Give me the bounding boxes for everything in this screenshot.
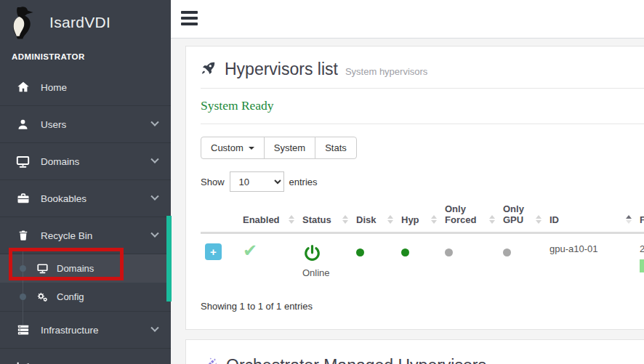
chevron-down-icon	[150, 324, 158, 332]
cell-enabled: ✔	[238, 233, 298, 290]
only-forced-dot	[445, 248, 453, 256]
sidebar-subitem-label: Domains	[57, 263, 94, 274]
isardvdi-duck-logo-icon	[9, 6, 38, 40]
monitor-icon	[36, 262, 49, 275]
top-nav	[171, 0, 644, 39]
cell-expand: +	[201, 233, 238, 290]
col-header-disk[interactable]: Disk	[352, 199, 397, 233]
sidebar-item-label: Home	[41, 82, 67, 93]
status-label: Online	[302, 267, 347, 278]
content: Hypervisors list System hypervisors Syst…	[171, 39, 644, 364]
hypervisors-panel: Hypervisors list System hypervisors Syst…	[185, 46, 644, 330]
servers-icon	[15, 323, 31, 338]
table-summary: Showing 1 to 1 of 1 entries	[201, 301, 644, 329]
user-icon	[15, 117, 31, 132]
page-title: Hypervisors list	[225, 60, 338, 79]
partial-value: 2	[640, 243, 644, 254]
trash-icon	[15, 228, 31, 243]
sort-icons	[387, 215, 393, 224]
line-chart-icon	[15, 360, 31, 364]
chevron-down-icon	[150, 361, 158, 364]
role-label: ADMINISTRATOR	[0, 42, 171, 61]
recycle-bin-submenu: Domains Config	[0, 254, 171, 311]
system-button[interactable]: System	[264, 137, 315, 159]
custom-dropdown-button[interactable]: Custom	[201, 137, 265, 159]
page-length-select[interactable]: 10	[230, 171, 284, 192]
cell-only-gpu	[499, 233, 545, 290]
brand-name: IsardVDI	[49, 14, 110, 31]
sidebar-item-domains[interactable]: Domains	[0, 143, 171, 180]
active-section-accent-bar	[166, 216, 172, 302]
panel-title-row: Orchestrator Managed Hypervisors	[201, 352, 644, 364]
cell-partial: 2	[635, 233, 644, 290]
sidebar-item-label: Domains	[41, 156, 79, 167]
show-label: Show	[201, 177, 225, 187]
cell-only-forced	[440, 233, 499, 290]
sidebar-item-users[interactable]: Users	[0, 106, 171, 143]
sidebar-item-label: Metrics	[41, 362, 73, 364]
only-gpu-dot	[503, 248, 511, 256]
expand-row-button[interactable]: +	[205, 243, 222, 260]
col-header-enabled[interactable]: Enabled	[238, 199, 298, 233]
sort-icons	[536, 215, 542, 224]
sidebar-subitem-label: Config	[57, 291, 84, 302]
panel-title-row: Hypervisors list System hypervisors	[201, 55, 644, 89]
page-subtitle: System hypervisors	[345, 62, 427, 77]
chevron-down-icon	[150, 118, 158, 126]
stats-button[interactable]: Stats	[315, 137, 357, 159]
sidebar-item-recycle-bin[interactable]: Recycle Bin	[0, 217, 171, 254]
sort-icons	[489, 215, 495, 224]
sort-icons-active	[626, 215, 632, 224]
disk-status-dot	[356, 248, 364, 256]
sidebar-subitem-recycle-domains[interactable]: Domains	[0, 254, 171, 283]
col-header-only-gpu[interactable]: Only GPU	[499, 199, 545, 233]
caret-down-icon	[249, 147, 254, 150]
magic-wand-icon	[201, 356, 218, 364]
sidebar-item-home[interactable]: Home	[0, 69, 171, 106]
sidebar-item-label: Infrastructure	[41, 325, 99, 336]
col-header-status[interactable]: Status	[298, 199, 352, 233]
sort-icons	[289, 215, 294, 224]
view-button-group: Custom System Stats	[201, 137, 357, 159]
col-header-control	[201, 199, 238, 233]
monitor-icon	[15, 154, 31, 169]
col-header-id[interactable]: ID	[545, 199, 635, 233]
recycle-bin-submenu-wrap: Domains Config	[0, 254, 171, 312]
sort-icons	[342, 215, 348, 224]
gears-icon	[36, 291, 49, 303]
usage-progress-bar	[640, 259, 644, 272]
chevron-down-icon	[150, 193, 158, 201]
hypervisors-table: Enabled Status Disk Hyp Only Forced Only…	[201, 199, 644, 290]
sidebar: IsardVDI ADMINISTRATOR Home Users	[0, 0, 171, 364]
cell-id: gpu-a10-01	[545, 233, 635, 290]
menu-toggle-button[interactable]	[181, 11, 198, 25]
sidebar-item-label: Users	[41, 119, 66, 130]
main-area: Hypervisors list System hypervisors Syst…	[171, 0, 644, 364]
col-header-partial[interactable]: F	[635, 199, 644, 233]
sidebar-subitem-recycle-config[interactable]: Config	[0, 283, 171, 311]
chevron-down-icon	[150, 155, 158, 163]
table-header-row: Enabled Status Disk Hyp Only Forced Only…	[201, 199, 644, 233]
sort-icons	[431, 215, 437, 224]
entries-label: entries	[289, 177, 318, 187]
cell-hyp	[397, 233, 440, 290]
briefcase-icon	[15, 191, 31, 206]
power-online-icon	[302, 254, 322, 265]
col-header-hyp[interactable]: Hyp	[397, 199, 440, 233]
sidebar-item-label: Bookables	[41, 193, 86, 204]
cell-status: Online	[298, 233, 352, 290]
rocket-icon	[201, 60, 217, 79]
table-length-control: Show 10 entries	[201, 171, 644, 192]
sidebar-menu: Home Users Domains Bookabl	[0, 69, 171, 364]
orchestrator-title: Orchestrator Managed Hypervisors	[226, 356, 486, 364]
sidebar-item-label: Recycle Bin	[41, 230, 92, 241]
hypervisor-row: + ✔ Online	[201, 233, 644, 290]
col-header-only-forced[interactable]: Only Forced	[440, 199, 499, 233]
hyp-status-dot	[401, 248, 409, 256]
sidebar-item-infrastructure[interactable]: Infrastructure	[0, 312, 171, 349]
brand[interactable]: IsardVDI	[0, 0, 171, 42]
isardvdi-admin-page: IsardVDI ADMINISTRATOR Home Users	[0, 0, 644, 364]
sidebar-item-bookables[interactable]: Bookables	[0, 180, 171, 217]
cell-disk	[352, 233, 397, 290]
sidebar-item-metrics[interactable]: Metrics	[0, 349, 171, 364]
